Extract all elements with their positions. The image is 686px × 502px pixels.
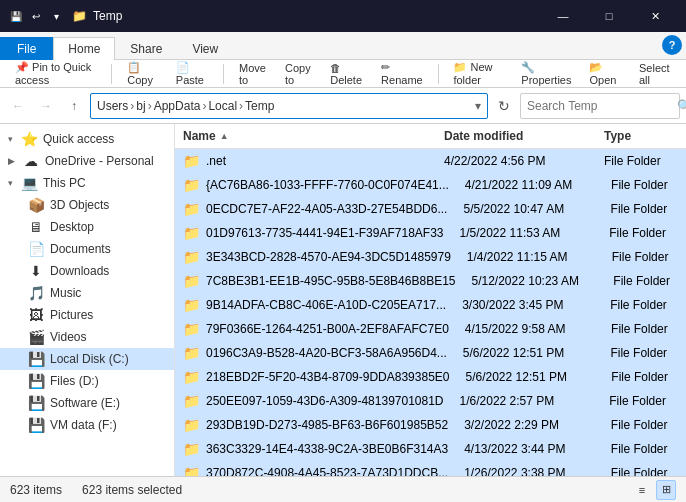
tab-view[interactable]: View <box>177 37 233 60</box>
rename-button[interactable]: ✏ Rename <box>374 58 430 89</box>
save-icon[interactable]: 💾 <box>8 8 24 24</box>
properties-button[interactable]: 🔧 Properties <box>514 58 578 89</box>
table-row[interactable]: 📁 218EBD2F-5F20-43B4-8709-9DDA839385E0 5… <box>175 365 686 389</box>
folder-icon: 📁 <box>183 153 200 169</box>
sidebar-item-software-e[interactable]: 💾 Software (E:) <box>0 392 174 414</box>
table-row[interactable]: 📁 9B14ADFA-CB8C-406E-A10D-C205EA717... 3… <box>175 293 686 317</box>
table-row[interactable]: 📁 7C8BE3B1-EE1B-495C-95B8-5E8B46B8BE15 5… <box>175 269 686 293</box>
folder-icon: 📁 <box>183 369 200 385</box>
tab-home[interactable]: Home <box>53 37 115 60</box>
file-type-cell: File Folder <box>596 151 686 171</box>
table-row[interactable]: 📁 363C3329-14E4-4338-9C2A-3BE0B6F314A3 4… <box>175 437 686 461</box>
col-header-name[interactable]: Name ▲ <box>175 126 436 146</box>
select-all-button[interactable]: Select all <box>632 59 678 89</box>
file-type-cell: File Folder <box>603 319 686 339</box>
table-row[interactable]: 📁 293DB19D-D273-4985-BF63-B6F601985B52 3… <box>175 413 686 437</box>
folder-icon: 📁 <box>183 417 200 433</box>
tab-file[interactable]: File <box>0 37 53 60</box>
folder-icon: 📁 <box>183 321 200 337</box>
forward-button[interactable]: → <box>34 94 58 118</box>
table-row[interactable]: 📁 3E343BCD-2828-4570-AE94-3DC5D1485979 1… <box>175 245 686 269</box>
back-button[interactable]: ← <box>6 94 30 118</box>
file-date-cell: 4/15/2022 9:58 AM <box>457 319 603 339</box>
close-button[interactable]: ✕ <box>632 0 678 32</box>
folder-icon: 📁 <box>183 201 200 217</box>
copy-button[interactable]: 📋 Copy <box>120 58 165 89</box>
folder-icon: 📁 <box>183 297 200 313</box>
file-name-text: 250EE097-1059-43D6-A309-48139701081D <box>206 394 444 408</box>
col-date-label: Date modified <box>444 129 523 143</box>
delete-button[interactable]: 🗑 Delete <box>323 59 370 89</box>
path-sep4: › <box>239 99 243 113</box>
open-button[interactable]: 📂 Open <box>582 58 628 89</box>
search-box[interactable]: 🔍 <box>520 93 680 119</box>
sidebar-item-3d-objects[interactable]: 📦 3D Objects <box>0 194 174 216</box>
path-users[interactable]: Users <box>97 99 128 113</box>
table-row[interactable]: 📁 01D97613-7735-4441-94E1-F39AF718AF33 1… <box>175 221 686 245</box>
ribbon-tabs: File Home Share View ? <box>0 32 686 60</box>
folder-icon: 📁 <box>183 225 200 241</box>
copy-to-button[interactable]: Copy to <box>278 59 319 89</box>
search-input[interactable] <box>527 99 677 113</box>
disk-c-icon: 💾 <box>28 351 44 367</box>
undo-icon[interactable]: ↩ <box>28 8 44 24</box>
table-row[interactable]: 📁 0ECDC7E7-AF22-4A05-A33D-27E54BDD6... 5… <box>175 197 686 221</box>
desktop-icon: 🖥 <box>28 219 44 235</box>
window-title: Temp <box>93 9 540 23</box>
large-icons-view-button[interactable]: ⊞ <box>656 480 676 500</box>
move-to-button[interactable]: Move to <box>232 59 274 89</box>
maximize-button[interactable]: □ <box>586 0 632 32</box>
table-row[interactable]: 📁 250EE097-1059-43D6-A309-48139701081D 1… <box>175 389 686 413</box>
window-buttons: — □ ✕ <box>540 0 678 32</box>
table-row[interactable]: 📁 {AC76BA86-1033-FFFF-7760-0C0F074E41...… <box>175 173 686 197</box>
file-type-cell: File Folder <box>603 439 686 459</box>
path-appdata[interactable]: AppData <box>154 99 201 113</box>
new-folder-button[interactable]: 📁 New folder <box>446 58 510 89</box>
up-button[interactable]: ↑ <box>62 94 86 118</box>
path-dropdown-icon[interactable]: ▾ <box>475 99 481 113</box>
sidebar-item-music[interactable]: 🎵 Music <box>0 282 174 304</box>
sidebar-item-vm-data-f[interactable]: 💾 VM data (F:) <box>0 414 174 436</box>
file-name-text: 293DB19D-D273-4985-BF63-B6F601985B52 <box>206 418 448 432</box>
sidebar-item-documents[interactable]: 📄 Documents <box>0 238 174 260</box>
minimize-button[interactable]: — <box>540 0 586 32</box>
col-type-label: Type <box>604 129 631 143</box>
table-row[interactable]: 📁 .net 4/22/2022 4:56 PM File Folder <box>175 149 686 173</box>
address-path[interactable]: Users › bj › AppData › Local › Temp ▾ <box>90 93 488 119</box>
file-name-cell: 📁 79F0366E-1264-4251-B00A-2EF8AFAFC7E0 <box>175 318 457 340</box>
file-name-cell: 📁 9B14ADFA-CB8C-406E-A10D-C205EA717... <box>175 294 454 316</box>
path-temp[interactable]: Temp <box>245 99 274 113</box>
sidebar-item-onedrive[interactable]: ▶ ☁ OneDrive - Personal <box>0 150 174 172</box>
sidebar-item-pictures[interactable]: 🖼 Pictures <box>0 304 174 326</box>
sidebar-item-quick-access[interactable]: ▾ ⭐ Quick access <box>0 128 174 150</box>
sidebar-item-desktop[interactable]: 🖥 Desktop <box>0 216 174 238</box>
sep2 <box>223 64 224 84</box>
refresh-button[interactable]: ↻ <box>492 94 516 118</box>
sidebar-item-this-pc[interactable]: ▾ 💻 This PC <box>0 172 174 194</box>
expand-icon-quick-access: ▾ <box>8 134 13 144</box>
col-header-date[interactable]: Date modified <box>436 126 596 146</box>
table-row[interactable]: 📁 0196C3A9-B528-4A20-BCF3-58A6A956D4... … <box>175 341 686 365</box>
down-arrow-icon[interactable]: ▾ <box>48 8 64 24</box>
pin-button[interactable]: 📌 Pin to Quick access <box>8 58 103 89</box>
col-header-type[interactable]: Type <box>596 126 686 146</box>
details-view-button[interactable]: ≡ <box>632 480 652 500</box>
sidebar-item-local-disk-c[interactable]: 💾 Local Disk (C:) <box>0 348 174 370</box>
file-name-text: 363C3329-14E4-4338-9C2A-3BE0B6F314A3 <box>206 442 448 456</box>
sidebar-item-files-d[interactable]: 💾 Files (D:) <box>0 370 174 392</box>
file-name-cell: 📁 01D97613-7735-4441-94E1-F39AF718AF33 <box>175 222 452 244</box>
paste-button[interactable]: 📄 Paste <box>169 58 215 89</box>
view-toggle: ≡ ⊞ <box>632 480 676 500</box>
file-name-cell: 📁 3E343BCD-2828-4570-AE94-3DC5D1485979 <box>175 246 459 268</box>
music-icon: 🎵 <box>28 285 44 301</box>
table-row[interactable]: 📁 370D872C-4908-4A45-8523-7A73D1DDCB... … <box>175 461 686 476</box>
sidebar-item-videos[interactable]: 🎬 Videos <box>0 326 174 348</box>
table-row[interactable]: 📁 79F0366E-1264-4251-B00A-2EF8AFAFC7E0 4… <box>175 317 686 341</box>
tab-share[interactable]: Share <box>115 37 177 60</box>
help-button[interactable]: ? <box>662 35 682 55</box>
file-type-cell: File Folder <box>602 343 686 363</box>
file-name-cell: 📁 .net <box>175 150 436 172</box>
path-local[interactable]: Local <box>208 99 237 113</box>
sidebar-item-downloads[interactable]: ⬇ Downloads <box>0 260 174 282</box>
path-bj[interactable]: bj <box>136 99 145 113</box>
